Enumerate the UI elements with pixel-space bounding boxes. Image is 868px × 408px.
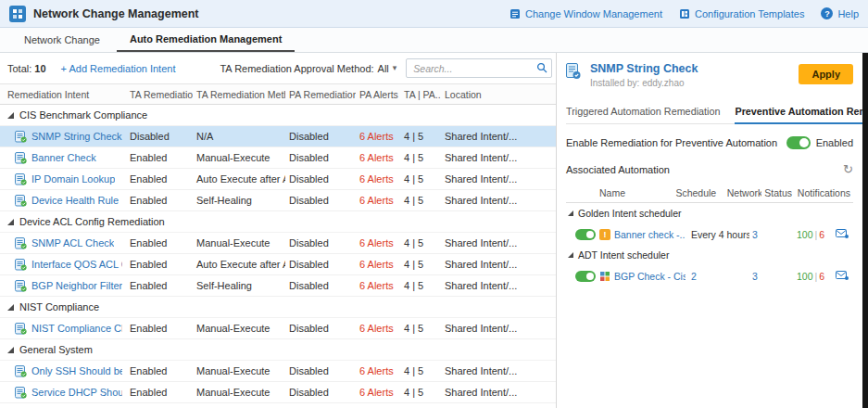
group-row-general-system[interactable]: General System bbox=[0, 339, 556, 361]
intent-icon bbox=[15, 173, 27, 185]
cell-ta-pa: 4 | 5 bbox=[400, 173, 441, 185]
search-icon[interactable] bbox=[536, 62, 547, 73]
group-name: NIST Compliance bbox=[19, 301, 99, 312]
cell-pa-alerts[interactable]: 6 Alerts bbox=[356, 173, 400, 185]
tab-triggered-automation-remediation[interactable]: Triggered Automation Remediation bbox=[566, 101, 720, 123]
automation-row[interactable]: ! Banner check -... Every 4 hours 3 100|… bbox=[566, 223, 853, 245]
table-row[interactable]: SNMP String Check Disabled N/A Disabled … bbox=[0, 126, 556, 147]
table-row[interactable]: NIST Compliance Check Enabled Manual-Exe… bbox=[0, 318, 556, 339]
group-expand-icon[interactable] bbox=[7, 347, 14, 353]
automation-link[interactable]: BGP Check - Cis... bbox=[614, 271, 686, 282]
table-row[interactable]: Banner Check Enabled Manual-Execute Disa… bbox=[0, 147, 556, 169]
ta-approval-method-filter[interactable]: TA Remediation Approval Method: All ▾ bbox=[220, 63, 396, 74]
col-pa-remediation[interactable]: PA Remediation bbox=[285, 89, 356, 100]
group-expand-icon[interactable] bbox=[7, 112, 14, 119]
group-row-nist-compliance[interactable]: NIST Compliance bbox=[0, 297, 556, 318]
change-window-management-label: Change Window Management bbox=[525, 8, 662, 19]
col-ta-remediation-method[interactable]: TA Remediation Method bbox=[193, 89, 285, 100]
automation-group-golden[interactable]: Golden Intent scheduler bbox=[566, 203, 853, 223]
table-row[interactable]: BGP Neighbor Filter ACL Enabled Self-Hea… bbox=[0, 275, 556, 297]
automation-group-adt[interactable]: ADT Intent scheduler bbox=[566, 245, 853, 265]
table-row[interactable]: IP Domain Lookup Enabled Auto Execute af… bbox=[0, 169, 556, 190]
group-expand-icon[interactable] bbox=[568, 252, 573, 258]
schedule-link[interactable]: 2 bbox=[691, 271, 697, 282]
network-changes-link[interactable]: 3 bbox=[752, 271, 758, 282]
intent-link[interactable]: SNMP String Check bbox=[31, 131, 122, 142]
configuration-templates-label: Configuration Templates bbox=[695, 8, 804, 19]
cell-location: Shared Intent/... bbox=[441, 259, 556, 270]
table-row[interactable]: Device Health Rule Enabled Self-Healing … bbox=[0, 190, 556, 211]
col-pa-alerts[interactable]: PA Alerts bbox=[356, 89, 400, 100]
col-status[interactable]: Status bbox=[761, 187, 795, 198]
refresh-associated-icon[interactable]: ↻ bbox=[843, 163, 853, 175]
cell-pa-alerts[interactable]: 6 Alerts bbox=[356, 365, 400, 376]
remediation-intent-panel: Total: 10 + Add Remediation Intent TA Re… bbox=[0, 53, 557, 408]
col-name[interactable]: Name bbox=[566, 187, 673, 198]
network-changes-link[interactable]: 3 bbox=[752, 229, 758, 240]
cell-ta-remediation: Enabled bbox=[126, 365, 193, 376]
automation-toggle[interactable] bbox=[575, 229, 596, 240]
cell-ta-pa: 4 | 5 bbox=[400, 280, 441, 291]
search-input[interactable] bbox=[406, 58, 552, 78]
cell-pa-alerts[interactable]: 6 Alerts bbox=[356, 152, 400, 163]
cell-pa-alerts[interactable]: 6 Alerts bbox=[356, 131, 400, 142]
table-row[interactable]: Service DHCP Should be... Enabled Manual… bbox=[0, 382, 556, 403]
col-notifications[interactable]: Notifications bbox=[795, 187, 853, 198]
group-row-cis-benchmark[interactable]: CIS Benchmark Compliance bbox=[0, 105, 556, 126]
cell-status[interactable]: 100|6 bbox=[794, 229, 833, 240]
intent-link[interactable]: BGP Neighbor Filter ACL bbox=[31, 280, 122, 291]
cell-status[interactable]: 100|6 bbox=[794, 271, 833, 282]
cell-pa-alerts[interactable]: 6 Alerts bbox=[356, 237, 400, 249]
tab-preventive-automation-remediation[interactable]: Preventive Automation Remediation bbox=[735, 101, 862, 124]
detail-tabbar: Triggered Automation Remediation Prevent… bbox=[566, 101, 853, 124]
cell-ta-method: Auto Execute after Ap... bbox=[193, 259, 285, 270]
intent-link[interactable]: IP Domain Lookup bbox=[31, 173, 115, 185]
col-location[interactable]: Location bbox=[441, 89, 556, 100]
col-schedule[interactable]: Schedule bbox=[673, 187, 723, 198]
col-ta-remediation[interactable]: TA Remediation bbox=[126, 89, 193, 100]
cell-location: Shared Intent/... bbox=[441, 152, 556, 163]
notification-settings-icon[interactable] bbox=[836, 228, 849, 239]
automation-link[interactable]: Banner check -... bbox=[614, 229, 686, 240]
table-row[interactable]: Only SSH Should be Ena... Enabled Manual… bbox=[0, 361, 556, 382]
automation-row[interactable]: BGP Check - Cis... 2 3 100|6 bbox=[566, 265, 853, 287]
cell-ta-pa: 4 | 5 bbox=[400, 237, 441, 249]
table-row[interactable]: SNMP ACL Check Enabled Manual-Execute Di… bbox=[0, 233, 556, 254]
help-link[interactable]: ? Help bbox=[821, 7, 859, 19]
cell-pa-alerts[interactable]: 6 Alerts bbox=[356, 387, 400, 398]
group-row-device-acl[interactable]: Device ACL Config Remediation bbox=[0, 211, 556, 233]
intent-link[interactable]: SNMP ACL Check bbox=[31, 237, 114, 249]
intent-icon bbox=[15, 152, 27, 164]
group-expand-icon[interactable] bbox=[568, 210, 573, 216]
tab-auto-remediation-management[interactable]: Auto Remediation Management bbox=[117, 28, 295, 52]
automation-toggle[interactable] bbox=[575, 271, 596, 282]
intent-link[interactable]: Interface QOS ACL Check bbox=[31, 259, 122, 270]
col-ta-pa[interactable]: TA | PA... bbox=[400, 89, 441, 100]
table-row[interactable]: Interface QOS ACL Check Enabled Auto Exe… bbox=[0, 254, 556, 275]
configuration-templates-link[interactable]: Configuration Templates bbox=[679, 8, 804, 19]
cell-pa-alerts[interactable]: 6 Alerts bbox=[356, 280, 400, 291]
intent-link[interactable]: Service DHCP Should be... bbox=[31, 387, 122, 398]
enable-remediation-toggle[interactable] bbox=[786, 136, 811, 149]
col-remediation-intent[interactable]: Remediation Intent bbox=[0, 89, 126, 100]
cell-pa-alerts[interactable]: 6 Alerts bbox=[356, 323, 400, 334]
intent-link[interactable]: Device Health Rule bbox=[31, 195, 119, 206]
change-window-management-link[interactable]: Change Window Management bbox=[509, 8, 662, 19]
cell-location: Shared Intent/... bbox=[441, 131, 556, 142]
intent-link[interactable]: Banner Check bbox=[31, 152, 96, 163]
intent-link[interactable]: Only SSH Should be Ena... bbox=[31, 365, 122, 376]
intent-detail-icon bbox=[566, 63, 581, 80]
notification-settings-icon[interactable] bbox=[836, 270, 849, 281]
intent-link[interactable]: NIST Compliance Check bbox=[31, 323, 122, 334]
group-expand-icon[interactable] bbox=[7, 219, 14, 225]
cell-ta-method: Manual-Execute bbox=[193, 152, 285, 163]
cell-ta-method: Auto Execute after Ap... bbox=[193, 173, 285, 185]
apply-button[interactable]: Apply bbox=[799, 64, 853, 84]
app-header-right: Change Window Management Configuration T… bbox=[509, 7, 859, 19]
cell-pa-alerts[interactable]: 6 Alerts bbox=[356, 195, 400, 206]
group-expand-icon[interactable] bbox=[7, 304, 14, 311]
add-remediation-intent-button[interactable]: + Add Remediation Intent bbox=[61, 63, 176, 74]
tab-network-change[interactable]: Network Change bbox=[11, 28, 113, 52]
col-network-changes[interactable]: Network Ch... bbox=[724, 187, 762, 198]
cell-pa-alerts[interactable]: 6 Alerts bbox=[356, 259, 400, 270]
